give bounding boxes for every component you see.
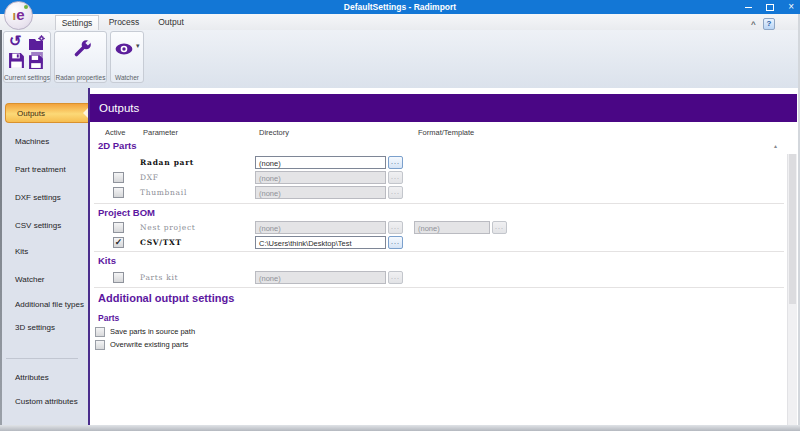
maximize-icon [766,4,774,11]
section-divider [94,287,784,288]
window-border-left [0,30,2,425]
section-title-project-bom: Project BOM [98,207,155,218]
app-logo-icon[interactable]: ıe [4,1,33,30]
sidebar-item-outputs[interactable]: Outputs [5,103,88,123]
help-icon[interactable]: ? [763,18,775,30]
directory-field-csv-txt[interactable]: C:\Users\think\Desktop\Test [255,236,386,249]
directory-field-parts-kit[interactable]: (none) [255,271,386,284]
browse-button-radan-part[interactable]: ... [388,156,403,169]
sidebar-item-part-treatment[interactable]: Part treatment [0,160,88,180]
section-title-kits: Kits [98,255,116,266]
ribbon-group-watcher: ▾ Watcher [110,31,144,83]
sidebar-item-custom-attributes[interactable]: Custom attributes [0,392,88,412]
main-panel: Outputs Active Parameter Directory Forma… [88,88,800,425]
sidebar-item-3d-settings[interactable]: 3D settings [0,318,88,338]
ribbon-group-label-current-settings: Current settings [4,74,50,81]
window-border-bottom [0,425,800,431]
sidebar-divider [6,358,78,359]
titlebar: DefaultSettings - Radimport × [0,0,800,14]
parameter-label-nest-project: Nest project [140,222,196,234]
ribbon-tab-row: Settings Process Output [0,14,800,31]
eye-icon[interactable] [115,41,133,59]
minimize-button[interactable] [745,7,752,8]
app-window: DefaultSettings - Radimport × ıe Setting… [0,0,800,431]
subsection-title-parts: Parts [98,313,119,323]
browse-button-dxf[interactable]: ... [388,171,403,184]
close-button[interactable]: × [788,0,794,14]
format-browse-button-nest-project[interactable]: ... [492,221,507,234]
parameter-label-thumbnail: Thumbnail [140,187,187,199]
section-divider [94,251,784,252]
sidebar-item-dxf-settings[interactable]: DXF settings [0,188,88,208]
scroll-up-icon[interactable]: ▴ [774,142,777,149]
browse-button-parts-kit[interactable]: ... [388,271,403,284]
tab-output[interactable]: Output [150,15,192,30]
checkbox-thumbnail[interactable] [113,187,124,198]
ribbon-group-label-radan-properties: Radan properties [55,74,106,81]
save-icon[interactable] [8,52,25,73]
parameter-label-radan-part: Radan part [140,157,194,169]
checkbox-parts-kit[interactable] [113,272,124,283]
sidebar-item-csv-settings[interactable]: CSV settings [0,216,88,236]
minimize-icon [745,7,752,8]
checkbox-save-parts-in-source-path[interactable] [95,327,105,337]
format-field-nest-project[interactable]: (none) [414,221,490,234]
logo-letter-e: e [16,6,24,23]
directory-field-radan-part[interactable]: (none) [255,156,386,169]
option-save-parts-in-source-path: Save parts in source path [95,325,195,337]
option-label: Save parts in source path [110,327,195,336]
sidebar-item-machines[interactable]: Machines [0,132,88,152]
ribbon: ↺ [0,30,800,89]
directory-field-thumbnail[interactable]: (none) [255,186,386,199]
tab-process[interactable]: Process [102,15,146,30]
sidebar-item-watcher[interactable]: Watcher [0,270,88,290]
ribbon-group-radan-properties: Radan properties [54,31,107,83]
column-header-directory: Directory [259,128,289,137]
sidebar-item-attributes[interactable]: Attributes [0,368,88,388]
page-title: Outputs [90,94,797,122]
tab-settings[interactable]: Settings [55,15,99,31]
browse-button-nest-project[interactable]: ... [388,221,403,234]
maximize-button[interactable] [766,4,774,11]
window-controls: × [745,0,794,14]
chevron-down-icon[interactable]: ▾ [136,42,140,50]
section-title-additional-output-settings: Additional output settings [98,292,234,304]
logo-green-dot [24,5,28,9]
directory-field-dxf[interactable]: (none) [255,171,386,184]
parameter-label-dxf: DXF [140,172,159,184]
scrollbar[interactable] [787,154,797,425]
wrench-icon[interactable] [70,37,94,65]
directory-field-nest-project[interactable]: (none) [255,221,386,234]
parameter-label-parts-kit: Parts kit [140,272,178,284]
option-overwrite-existing-parts: Overwrite existing parts [95,338,188,350]
section-divider [94,203,784,204]
sidebar: OutputsMachinesPart treatmentDXF setting… [0,88,88,425]
option-label: Overwrite existing parts [110,340,188,349]
checkbox-nest-project[interactable] [113,222,124,233]
column-header-format-template: Format/Template [418,128,474,137]
checkbox-dxf[interactable] [113,172,124,183]
undo-icon[interactable]: ↺ [9,33,22,48]
column-header-parameter: Parameter [143,128,178,137]
browse-button-thumbnail[interactable]: ... [388,186,403,199]
column-header-active: Active [105,128,125,137]
ribbon-group-label-watcher: Watcher [111,74,143,81]
parameter-label-csv-txt: CSV/TXT [140,237,182,249]
checkbox-overwrite-existing-parts[interactable] [95,340,105,350]
collapse-ribbon-icon[interactable]: ^ [751,20,756,29]
checkbox-csv-txt[interactable]: ✓ [113,237,124,248]
sidebar-item-kits[interactable]: Kits [0,242,88,262]
check-icon: ✓ [114,238,123,247]
scrollbar-thumb[interactable] [789,154,796,304]
window-title: DefaultSettings - Radimport [0,0,800,14]
sidebar-item-additional-file-types[interactable]: Additional file types [0,295,88,315]
section-title-2d-parts: 2D Parts [98,140,137,151]
browse-button-csv-txt[interactable]: ... [388,236,403,249]
save-copy-icon[interactable] [28,52,45,73]
ribbon-group-current-settings: ↺ [3,31,51,83]
